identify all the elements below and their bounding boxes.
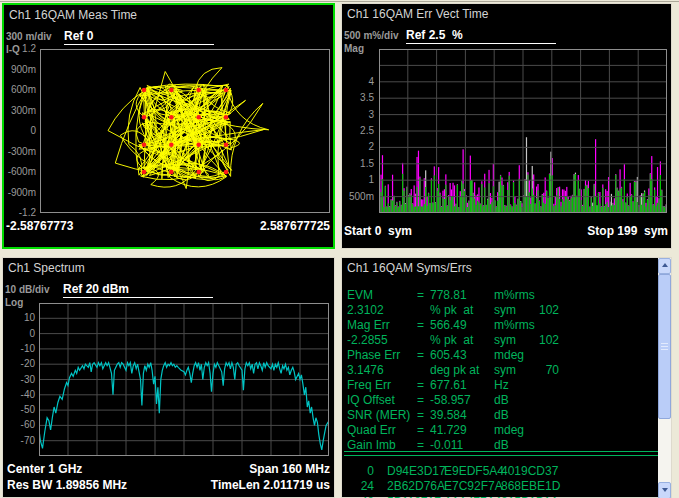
panel-syms-errs[interactable]: Ch1 16QAM Syms/Errs EVM=778.81m%rms2.310… [341,257,672,498]
ref-level-label: Ref 2.5 % [406,28,463,42]
symbol-hex-word: E9EDF5A4 [444,464,501,478]
y-tick-label: -70 [21,435,35,446]
panel-spectrum[interactable]: Ch1 Spectrum 10 dB/div Ref 20 dBm Log 10… [2,257,335,498]
y-tick-label: -40 [21,389,35,400]
y-tick-label: 1.5 [360,158,374,169]
error-cell: 566.49 [430,318,467,332]
y-tick-label: 2 [368,141,374,152]
ref-level-line [406,43,556,44]
error-cell: m%rms [494,318,535,332]
error-cell: mdeg [494,423,524,437]
ref-level-label: Ref 20 dBm [63,282,129,296]
y-tick-label: 0 [30,125,36,136]
error-row: Phase Err=605.43mdeg [342,348,655,363]
error-cell: 778.81 [430,288,467,302]
y-tick-label: -300m [8,146,36,157]
table-separator [344,451,658,456]
panel-err-vect-time[interactable]: Ch1 16QAM Err Vect Time 500 m%/div Ref 2… [341,3,672,249]
y-axis-ticks: 43.532.521.51500m [342,4,376,248]
scroll-up-button[interactable] [658,258,671,274]
error-cell: dB [494,408,509,422]
error-cell: dB [494,393,509,407]
y-tick-label: -30 [21,374,35,385]
error-cell: Freq Err [347,378,391,392]
y-tick-label: 3 [368,109,374,120]
vsa-screen: Ch1 16QAM Meas Time 300 m/div Ref 0 I-Q … [0,0,679,498]
y-tick-label: 0 [29,328,35,339]
symbol-hex-table: 0D94E3D17E9EDF5A44019CD37242B62D76AE7C92… [342,464,655,498]
y-tick-label: 2.5 [360,125,374,136]
error-cell: Phase Err [347,348,400,362]
panel-title: Ch1 16QAM Syms/Errs [347,261,472,275]
x-axis-start-label: Start 0 sym [344,224,412,238]
error-cell: = [417,393,424,407]
y-tick-label: -60 [21,419,35,430]
error-cell: % pk at [430,303,473,317]
symbol-hex-word: D94E3D17 [387,464,444,478]
error-cell: = [417,378,424,392]
scrollbar[interactable] [658,258,671,497]
arrow-up-icon [662,263,668,267]
y-tick-label: -900m [8,187,36,198]
symbol-hex-word: 4019CD37 [501,464,558,478]
scrollbar-thumb[interactable] [658,274,671,419]
y-tick-label: 4 [368,76,374,87]
spectrum-plot[interactable] [39,303,329,456]
error-cell: 41.729 [430,423,467,437]
error-cell: IQ Offset [347,393,395,407]
center-freq-label: Center 1 GHz [7,462,82,476]
symbol-hex-word: E7C92F7A [444,479,501,493]
error-cell: = [417,318,424,332]
ref-level-label: Ref 0 [64,29,93,43]
error-cell: sym [494,303,516,317]
error-cell: -0.011 [430,438,463,452]
symbol-index: 24 [342,479,374,493]
error-cell: sym [494,363,516,377]
error-cell: mdeg [494,348,524,362]
y-tick-label: -10 [21,343,35,354]
error-cell: = [417,288,424,302]
symbol-hex-row: 0D94E3D17E9EDF5A44019CD37 [342,464,655,479]
symbol-index: 48 [342,495,374,498]
error-cell: sym [494,333,516,347]
error-row: Mag Err=566.49m%rms [342,318,655,333]
ref-level-line [64,44,214,45]
error-cell: EVM [347,288,373,302]
ref-level-line [63,297,213,298]
y-tick-label: 900m [11,64,36,75]
error-row: 2.3102% pk atsym102 [342,303,655,318]
error-cell: = [417,408,424,422]
err-vect-plot[interactable] [379,49,667,213]
time-len-label: TimeLen 2.011719 us [211,478,330,492]
error-row: Quad Err=41.729mdeg [342,423,655,438]
y-tick-label: 500m [349,191,374,202]
error-cell: Quad Err [347,423,396,437]
panel-meas-time[interactable]: Ch1 16QAM Meas Time 300 m/div Ref 0 I-Q … [2,3,335,249]
symbol-hex-row: 485B118717A1A477AA815B1B1A [342,495,655,498]
error-cell: 102 [525,303,559,317]
scroll-down-button[interactable] [658,482,671,498]
error-cell: 70 [525,363,559,377]
y-tick-label: 1 [368,174,374,185]
error-cell: SNR (MER) [347,408,410,422]
error-cell: m%rms [494,288,535,302]
error-cell: 2.3102 [347,303,384,317]
symbol-hex-word: 868EBE1D [501,479,558,493]
constellation-plot[interactable] [40,49,330,213]
error-cell: = [417,438,424,452]
error-cell: deg pk at [430,363,479,377]
res-bw-label: Res BW 1.89856 MHz [7,478,127,492]
arrow-down-icon [662,488,668,492]
error-row: EVM=778.81m%rms [342,288,655,303]
error-row: Freq Err=677.61Hz [342,378,655,393]
x-axis-right-label: 2.587677725 [260,219,330,233]
error-cell: = [417,348,424,362]
span-label: Span 160 MHz [249,462,330,476]
x-axis-left-label: -2.58767773 [6,219,73,233]
error-cell: 3.1476 [347,363,384,377]
window-edge [0,1,679,2]
error-cell: = [417,423,424,437]
error-cell: Hz [494,378,509,392]
x-axis-stop-label: Stop 199 sym [587,224,668,238]
y-tick-label: 1.2 [22,43,36,54]
